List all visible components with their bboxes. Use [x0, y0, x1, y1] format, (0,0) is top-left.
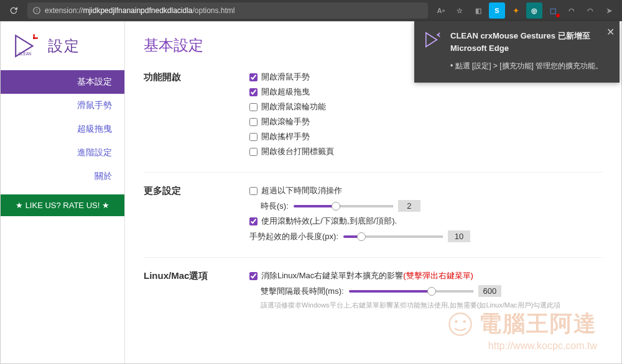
check-super-drag[interactable] [249, 88, 258, 96]
check-wheel-gesture[interactable] [249, 118, 258, 126]
svg-text:i: i [36, 8, 37, 12]
check-mouse-gestures[interactable] [249, 73, 258, 81]
address-bar[interactable]: i extension://mjidkpedjlfnanainpdfnedkdl… [27, 2, 428, 19]
check-wheel-gesture-label: 開啟滾輪手勢 [261, 116, 310, 127]
minlen-value: 10 [448, 230, 470, 242]
check-timeout-label: 超過以下時間取消操作 [261, 185, 342, 196]
check-scrollfx-label: 使用滾動特效(上/下滾動,到底部/頂部). [261, 216, 397, 227]
logo-area: CLEAN 設定 [1, 22, 124, 70]
duration-slider[interactable] [294, 205, 393, 207]
extension-install-notification: ✕ CLEAN crxMouse Gestures 已新增至 Microsoft… [414, 21, 620, 83]
check-linuxfix[interactable] [249, 272, 258, 280]
section-more: 更多設定 超過以下時間取消操作 時長(s): 2 使用滾動特效(上/下滾動,到底… [144, 185, 603, 258]
notif-hint: • 點選 [設定] > [擴充功能] 管理您的擴充功能。 [450, 60, 611, 71]
section-features: 功能開啟 開啟滑鼠手勢 開啟超級拖曳 開啟滑鼠滾輪功能 開啟滾輪手勢 開啟搖桿手… [144, 71, 603, 173]
ext-icon-arc2[interactable]: ◠ [582, 2, 598, 19]
ext-icon-arc1[interactable]: ◠ [564, 2, 580, 19]
svg-point-4 [33, 37, 35, 39]
sidebar-title: 設定 [48, 36, 80, 56]
dbl-label: 雙擊間隔最長時間(ms): [261, 286, 344, 297]
ext-icon-blue[interactable]: ⬚ [545, 2, 561, 19]
ext-icon-reader[interactable]: A» [433, 2, 449, 19]
check-mouse-gestures-label: 開啟滑鼠手勢 [261, 71, 310, 83]
section-linux-mac: Linux/Mac選項 消除Linux/Mac右鍵菜單對本擴充的影響(雙擊彈出右… [144, 270, 603, 321]
check-wheel-func-label: 開啟滑鼠滾輪功能 [261, 101, 326, 112]
nav-mouse-gestures[interactable]: 滑鼠手勢 [1, 94, 124, 117]
ext-icon-teal[interactable]: ◎ [526, 2, 542, 19]
svg-text:CLEAN: CLEAN [18, 52, 31, 56]
url-id: mjidkpedjlfnanainpdfnedkdlacidla [83, 6, 192, 15]
url-path: /options.html [193, 6, 235, 15]
section-more-label: 更多設定 [144, 185, 249, 246]
section-linux-label: Linux/Mac選項 [144, 270, 249, 310]
check-rocker-gesture[interactable] [249, 133, 258, 141]
nav-super-drag[interactable]: 超級拖曳 [1, 117, 124, 141]
notif-title: CLEAN crxMouse Gestures 已新增至 Microsoft E… [450, 30, 611, 54]
nav-about[interactable]: 關於 [1, 165, 124, 188]
duration-value: 2 [398, 200, 420, 212]
linux-help-text: 該選項修復非Windows平台上,右鍵菜單影響某些功能無法使用,如無需要(如Li… [261, 301, 603, 310]
section-features-label: 功能開啟 [144, 71, 249, 161]
close-icon[interactable]: ✕ [606, 26, 615, 38]
ext-icon-skype[interactable]: S [489, 2, 505, 19]
check-super-drag-label: 開啟超級拖曳 [261, 86, 310, 98]
browser-toolbar: i extension://mjidkpedjlfnanainpdfnedkdl… [0, 0, 622, 21]
sidebar: CLEAN 設定 基本設定 滑鼠手勢 超級拖曳 進階設定 關於 ★ LIKE U… [1, 22, 125, 363]
check-bg-tab-label: 開啟後台打開標籤頁 [261, 146, 334, 157]
nav-basic-settings[interactable]: 基本設定 [1, 70, 124, 94]
ext-icon-orange[interactable]: ✦ [508, 2, 524, 19]
refresh-button[interactable] [5, 2, 22, 19]
logo-icon: CLEAN [13, 33, 39, 59]
check-linuxfix-label: 消除Linux/Mac右鍵菜單對本擴充的影響(雙擊彈出右鍵菜單) [261, 270, 473, 281]
check-rocker-gesture-label: 開啟搖桿手勢 [261, 131, 310, 142]
check-timeout[interactable] [249, 187, 258, 195]
dbl-slider[interactable] [349, 290, 473, 293]
toolbar-extensions: A» ☆ ◧ S ✦ ◎ ⬚ ◠ ◠ ➤ [433, 2, 617, 19]
check-bg-tab[interactable] [249, 148, 258, 156]
rate-us-banner[interactable]: ★ LIKE US? RATE US! ★ [1, 194, 124, 216]
minlen-label: 手勢起效的最小長度(px): [249, 231, 338, 242]
duration-label: 時長(s): [261, 201, 289, 212]
minlen-slider[interactable] [343, 235, 443, 238]
nav-advanced[interactable]: 進階設定 [1, 141, 124, 165]
ext-icon-favorites[interactable]: ☆ [452, 2, 468, 19]
ext-icon-generic1[interactable]: ◧ [470, 2, 486, 19]
dbl-value: 600 [478, 285, 502, 297]
check-scrollfx[interactable] [249, 217, 258, 225]
ext-icon-cursor[interactable]: ➤ [601, 2, 617, 19]
url-prefix: extension:// [45, 6, 83, 15]
notif-extension-icon [423, 30, 443, 50]
check-wheel-func[interactable] [249, 103, 258, 111]
